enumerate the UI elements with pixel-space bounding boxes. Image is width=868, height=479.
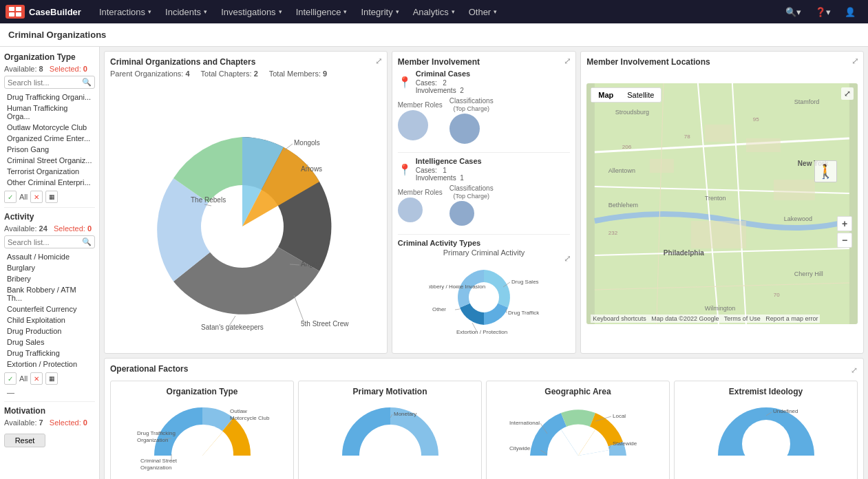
- svg-text:Local: Local: [613, 413, 626, 419]
- svg-rect-38: [746, 138, 781, 152]
- search-icon: 🔍: [82, 237, 92, 246]
- nav-incidents[interactable]: Incidents ▾: [158, 0, 214, 23]
- reset-button[interactable]: Reset: [4, 434, 45, 447]
- ops-extremist-panel: Extremist Ideology Undefined: [674, 381, 858, 479]
- svg-rect-41: [691, 221, 746, 248]
- svg-text:95: 95: [753, 116, 759, 123]
- ops-extremist-chart: Undefined: [680, 401, 851, 476]
- svg-text:Allentown: Allentown: [608, 167, 635, 174]
- intel-bubbles: Member Roles Classifications(Top Charge): [398, 184, 571, 226]
- svg-text:International: International: [509, 420, 540, 426]
- nav-integrity[interactable]: Integrity ▾: [354, 0, 405, 23]
- svg-text:Wilmington: Wilmington: [705, 305, 736, 312]
- filter-bank-robbery[interactable]: Bank Robbery / ATM Th...: [4, 284, 95, 304]
- app-logo[interactable]: CaseBuilder: [6, 5, 81, 19]
- app-name: CaseBuilder: [29, 7, 81, 17]
- svg-text:Other: Other: [432, 306, 446, 312]
- activity-search-input[interactable]: [8, 238, 82, 246]
- activity-search-box[interactable]: 🔍: [4, 235, 95, 248]
- select-all-check[interactable]: ✓: [4, 191, 17, 203]
- ops-motivation-panel: Primary Motivation Monetary: [298, 381, 482, 479]
- clear-all-btn[interactable]: ✕: [30, 191, 43, 203]
- filter-terrorist-org[interactable]: Terrorist Organization: [4, 166, 95, 177]
- nav-interactions[interactable]: Interactions ▾: [92, 0, 158, 23]
- expand-icon[interactable]: ⤢: [375, 56, 383, 66]
- filter-child-exploit[interactable]: Child Exploitation: [4, 315, 95, 326]
- activity-menu-btn[interactable]: ▦: [45, 372, 58, 385]
- svg-text:232: 232: [608, 230, 618, 236]
- filter-extortion[interactable]: Extortion / Protection: [4, 359, 95, 370]
- filter-bribery[interactable]: Bribery: [4, 273, 95, 284]
- chevron-down-icon: ▾: [396, 8, 399, 15]
- svg-rect-3: [16, 12, 21, 17]
- filter-menu-btn[interactable]: ▦: [45, 191, 58, 203]
- filter-prison-gang[interactable]: Prison Gang: [4, 144, 95, 155]
- map-expand-icon[interactable]: ⤢: [841, 87, 854, 100]
- nav-right-controls: 🔍▾ ❓▾ 👤: [779, 0, 862, 23]
- content-area: Criminal Organizations and Chapters ⤢ Pa…: [100, 47, 868, 479]
- org-type-search-box[interactable]: 🔍: [4, 76, 95, 89]
- parent-orgs-label: Parent Organizations: 4: [110, 70, 190, 78]
- filter-criminal-street[interactable]: Criminal Street Organiz...: [4, 155, 95, 166]
- member-involvement-panel: Member Involvement ⤢ 📍 Criminal Cases Ca…: [392, 51, 577, 354]
- expand-icon[interactable]: ⤢: [564, 56, 571, 66]
- user-button[interactable]: 👤: [838, 0, 862, 23]
- criminal-cases-title: Criminal Cases: [416, 70, 470, 78]
- operational-factors-panel: Operational Factors ⤢ Organization Type: [104, 358, 864, 479]
- filter-drug-production[interactable]: Drug Production: [4, 326, 95, 337]
- ops-geo-title: Geographic Area: [492, 387, 664, 396]
- filter-drug-sales[interactable]: Drug Sales: [4, 337, 95, 348]
- chevron-down-icon: ▾: [204, 8, 207, 15]
- filter-drug-trafficking[interactable]: Drug Trafficking: [4, 348, 95, 359]
- motivation-filter-title: Motivation: [4, 406, 95, 416]
- filter-other-criminal[interactable]: Other Criminal Enterpri...: [4, 177, 95, 188]
- activity-filter-title: Activity: [4, 212, 95, 222]
- crim-org-stats: Parent Organizations: 4 Total Chapters: …: [110, 70, 381, 78]
- nav-intelligence[interactable]: Intelligence ▾: [289, 0, 354, 23]
- expand-icon[interactable]: ⤢: [851, 56, 859, 66]
- search-button[interactable]: 🔍▾: [779, 0, 808, 23]
- satellite-view-button[interactable]: Satellite: [620, 88, 661, 102]
- filter-organized-crime[interactable]: Organized Crime Enter...: [4, 133, 95, 144]
- intel-member-roles-label: Member Roles: [398, 189, 443, 196]
- svg-text:Robbery / Home Invasion: Robbery / Home Invasion: [429, 284, 485, 290]
- filter-outlaw-motorcycle[interactable]: Outlaw Motorcycle Club: [4, 122, 95, 133]
- zoom-in-button[interactable]: +: [837, 216, 852, 231]
- street-view-icon[interactable]: 🚶: [814, 160, 837, 182]
- criminal-cases-section: 📍 Criminal Cases Cases: 2Involvements 2 …: [398, 70, 571, 144]
- main-layout: Organization Type Available: 8 Selected:…: [0, 47, 868, 479]
- activity-select-all[interactable]: ✓: [4, 372, 17, 385]
- activity-expand-icon[interactable]: ⤢: [564, 253, 571, 264]
- ops-expand-icon[interactable]: ⤢: [851, 365, 858, 375]
- total-members-label: Total Members: 9: [269, 70, 327, 78]
- filter-counterfeit[interactable]: Counterfeit Currency: [4, 304, 95, 315]
- org-type-search-input[interactable]: [8, 78, 82, 87]
- chevron-down-icon: ▾: [279, 8, 282, 15]
- ops-motivation-chart: Monetary: [304, 401, 476, 476]
- help-button[interactable]: ❓▾: [808, 0, 838, 23]
- intel-member-roles-group: Member Roles: [398, 189, 443, 222]
- activity-counts: Available: 24 Selected: 0: [4, 224, 95, 233]
- member-title: Member Involvement: [398, 57, 571, 67]
- svg-line-6: [284, 144, 293, 151]
- svg-text:206: 206: [622, 144, 632, 150]
- ops-motivation-title: Primary Motivation: [304, 387, 476, 396]
- filter-human-trafficking-org[interactable]: Human Trafficking Orga...: [4, 103, 95, 122]
- filter-burglary[interactable]: Burglary: [4, 262, 95, 273]
- nav-analytics[interactable]: Analytics ▾: [406, 0, 462, 23]
- filter-assault-homicide[interactable]: Assault / Homicide: [4, 251, 95, 262]
- classifications-label: Classifications(Top Charge): [449, 97, 494, 112]
- svg-text:The Rebels: The Rebels: [191, 196, 226, 204]
- svg-line-27: [455, 309, 460, 310]
- total-chapters-label: Total Chapters: 2: [201, 70, 258, 78]
- svg-text:5th Street Crew: 5th Street Crew: [301, 320, 349, 328]
- map-view-button[interactable]: Map: [591, 88, 620, 102]
- svg-text:78: 78: [684, 134, 690, 140]
- chevron-down-icon: ▾: [494, 8, 497, 15]
- nav-other[interactable]: Other ▾: [462, 0, 505, 23]
- nav-investigations[interactable]: Investigations ▾: [214, 0, 289, 23]
- zoom-out-button[interactable]: −: [837, 233, 852, 248]
- activity-clear-all[interactable]: ✕: [30, 372, 43, 385]
- activity-types-subtitle: Primary Criminal Activity: [398, 248, 571, 257]
- filter-drug-trafficking-org[interactable]: Drug Trafficking Organi...: [4, 92, 95, 103]
